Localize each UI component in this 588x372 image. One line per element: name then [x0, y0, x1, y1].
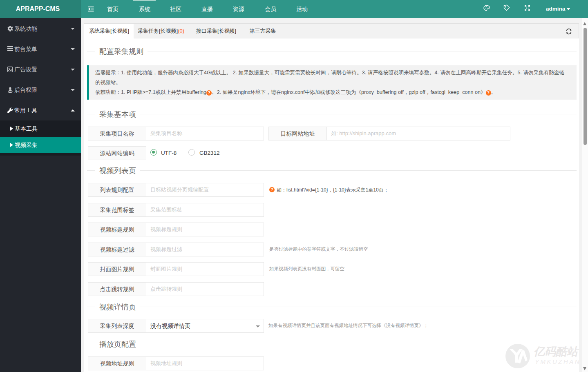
svg-text:亿码酷站: 亿码酷站	[534, 345, 579, 358]
svg-text:YMKUZHAN: YMKUZHAN	[535, 358, 581, 365]
